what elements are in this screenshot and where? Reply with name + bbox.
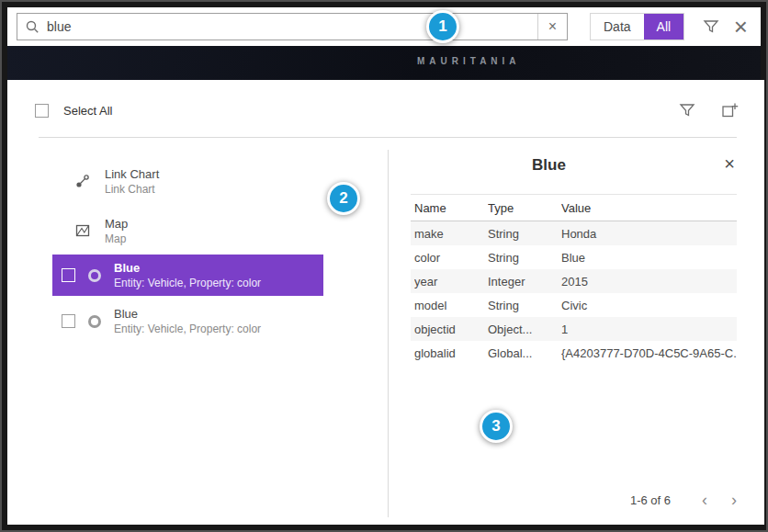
result-item-blue-selected[interactable]: Blue Entity: Vehicle, Property: color xyxy=(52,255,323,296)
cell-name: year xyxy=(414,275,488,289)
cell-type: Integer xyxy=(488,275,561,289)
add-results-icon[interactable] xyxy=(721,102,739,119)
entity-icon xyxy=(88,269,101,282)
column-header: Name xyxy=(414,201,488,215)
panel-actions xyxy=(679,102,739,119)
prev-page-icon[interactable]: ‹ xyxy=(702,492,707,508)
close-detail-button[interactable]: × xyxy=(724,153,735,175)
select-all-label: Select All xyxy=(63,104,112,118)
pagination: 1-6 of 6 ‹ › xyxy=(630,492,737,508)
cell-value: 2015 xyxy=(561,275,737,289)
cell-type: String xyxy=(488,299,561,312)
cell-value: Blue xyxy=(561,251,737,265)
table-row: year Integer 2015 xyxy=(411,269,737,293)
table-row: objectid Object... 1 xyxy=(411,317,737,341)
pagination-label: 1-6 of 6 xyxy=(630,493,671,507)
entity-icon xyxy=(88,315,101,328)
clear-search-button[interactable]: × xyxy=(537,14,567,40)
result-checkbox[interactable] xyxy=(62,314,75,328)
search-icon xyxy=(17,19,47,34)
search-scope-toggle: Data All xyxy=(590,13,684,40)
cell-type: String xyxy=(488,251,561,265)
cell-name: model xyxy=(414,299,488,312)
divider xyxy=(39,137,737,138)
result-item-link-chart[interactable]: Link Chart Link Chart xyxy=(72,161,159,201)
annotation-badge-3: 3 xyxy=(480,410,513,443)
map-country-label: MAURITANIA xyxy=(417,56,521,66)
search-input[interactable] xyxy=(47,19,537,34)
cell-name: objectid xyxy=(414,323,488,336)
cell-name: make xyxy=(414,227,488,241)
annotation-badge-1: 1 xyxy=(426,10,459,43)
app-window: × Data All × MAURITANIA Select All xyxy=(0,0,768,532)
result-subtitle: Entity: Vehicle, Property: color xyxy=(114,277,261,289)
annotation-badge-2: 2 xyxy=(327,182,360,215)
data-toggle-button[interactable]: Data xyxy=(591,14,644,40)
filter-results-icon[interactable] xyxy=(679,102,695,119)
column-header: Value xyxy=(561,201,737,215)
link-chart-icon xyxy=(72,173,94,189)
cell-value: Civic xyxy=(561,299,737,312)
column-header: Type xyxy=(488,201,561,215)
table-header: Name Type Value xyxy=(411,194,737,221)
search-results-panel: Select All xyxy=(7,80,764,525)
cell-type: Object... xyxy=(488,323,561,336)
result-subtitle: Link Chart xyxy=(105,183,159,196)
cell-value: {A4203777-D70D-4C5C-9A65-C... xyxy=(561,346,737,360)
result-title: Map xyxy=(105,217,128,231)
table-row: globalid Global... {A4203777-D70D-4C5C-9… xyxy=(411,341,737,365)
result-subtitle: Entity: Vehicle, Property: color xyxy=(114,323,261,335)
cell-type: Global... xyxy=(488,346,561,360)
filter-icon[interactable] xyxy=(703,18,719,35)
result-item-map[interactable]: Map Map xyxy=(72,210,128,251)
close-search-button[interactable]: × xyxy=(730,15,751,39)
detail-panel: Blue × Name Type Value make String Honda… xyxy=(389,150,764,525)
select-all-checkbox[interactable] xyxy=(35,104,49,118)
select-all-row: Select All xyxy=(35,104,112,118)
search-box[interactable]: × xyxy=(17,13,568,40)
result-title: Link Chart xyxy=(105,167,159,181)
cell-type: String xyxy=(488,227,561,241)
result-checkbox[interactable] xyxy=(62,268,75,282)
cell-value: Honda xyxy=(561,227,737,241)
detail-title: Blue xyxy=(389,156,709,175)
next-page-icon[interactable]: › xyxy=(731,492,737,508)
cell-name: globalid xyxy=(414,346,488,360)
search-bar: × Data All × xyxy=(7,7,761,46)
map-icon xyxy=(72,222,94,239)
table-row: color String Blue xyxy=(411,245,737,269)
result-item-blue[interactable]: Blue Entity: Vehicle, Property: color xyxy=(52,300,323,342)
result-title: Blue xyxy=(114,261,261,275)
table-row: model String Civic xyxy=(411,293,737,317)
result-title: Blue xyxy=(114,307,261,321)
cell-name: color xyxy=(414,251,488,265)
properties-table: Name Type Value make String Honda color … xyxy=(411,194,737,365)
result-subtitle: Map xyxy=(105,232,128,245)
table-row: make String Honda xyxy=(411,221,737,245)
cell-value: 1 xyxy=(561,323,737,336)
all-toggle-button[interactable]: All xyxy=(644,14,684,40)
map-background: MAURITANIA xyxy=(7,46,761,80)
